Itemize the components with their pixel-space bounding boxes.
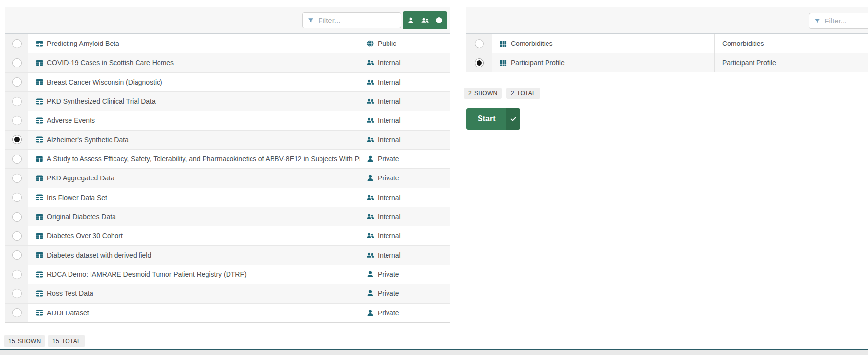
user-icon bbox=[366, 289, 374, 297]
dataset-name: Diabetes dataset with derived field bbox=[47, 251, 151, 259]
table-radio-cell bbox=[466, 53, 492, 72]
dataset-radio[interactable] bbox=[12, 155, 22, 164]
dataset-name-cell[interactable]: Original Diabetes Data bbox=[28, 207, 360, 226]
dataset-radio[interactable] bbox=[12, 212, 22, 222]
users-icon bbox=[366, 97, 374, 105]
users-icon bbox=[366, 59, 374, 67]
dataset-name-cell[interactable]: Diabetes dataset with derived field bbox=[28, 246, 360, 265]
dataset-radio[interactable] bbox=[12, 174, 22, 183]
dataset-radio[interactable] bbox=[12, 308, 22, 317]
dataset-visibility-cell: Internal bbox=[360, 131, 450, 149]
dataset-row[interactable]: Predicting Amyloid Beta Public bbox=[5, 34, 450, 53]
dataset-row[interactable]: RDCA Demo: IAMRARE Desmoid Tumor Patient… bbox=[5, 265, 450, 284]
table-radio[interactable] bbox=[475, 58, 484, 67]
dataset-row[interactable]: Original Diabetes Data Internal bbox=[5, 207, 450, 226]
dataset-radio[interactable] bbox=[12, 97, 22, 106]
table-name: Comorbidities bbox=[511, 40, 553, 47]
dataset-row[interactable]: Ross Test Data Private bbox=[5, 284, 450, 303]
table-name-cell[interactable]: Comorbidities bbox=[492, 34, 715, 53]
dataset-name: PKD Synthesized Clinical Trial Data bbox=[47, 97, 156, 105]
dataset-radio-cell bbox=[5, 207, 28, 226]
dataset-radio[interactable] bbox=[12, 39, 22, 48]
user-filter-button[interactable] bbox=[404, 11, 418, 29]
dataset-visibility-cell: Private bbox=[360, 284, 450, 303]
dataset-row[interactable]: Alzheimer's Synthetic Data Internal bbox=[5, 131, 450, 150]
dataset-row[interactable]: Breast Cancer Wisconsin (Diagnostic) Int… bbox=[5, 73, 450, 92]
dataset-row[interactable]: Diabetes Over 30 Cohort Internal bbox=[5, 226, 450, 245]
table-icon bbox=[36, 59, 43, 67]
tables-filter-input[interactable] bbox=[824, 17, 868, 25]
table-row[interactable]: Participant Profile Participant Profile bbox=[466, 53, 868, 72]
visibility-label: Internal bbox=[378, 59, 401, 67]
table-icon bbox=[36, 117, 43, 124]
table-radio-cell bbox=[466, 34, 492, 53]
dataset-radio[interactable] bbox=[12, 270, 22, 279]
users-icon bbox=[366, 78, 374, 86]
dataset-name-cell[interactable]: Adverse Events bbox=[28, 111, 360, 130]
datasets-filter-input[interactable] bbox=[318, 16, 396, 24]
dataset-name-cell[interactable]: Breast Cancer Wisconsin (Diagnostic) bbox=[28, 73, 360, 91]
dataset-radio-cell bbox=[5, 53, 28, 72]
user-icon bbox=[407, 17, 414, 24]
datasets-filter[interactable] bbox=[302, 12, 401, 28]
table-row[interactable]: Comorbidities Comorbidities bbox=[466, 34, 868, 53]
dataset-row[interactable]: PKD Aggregated Data Private bbox=[5, 169, 450, 188]
dataset-radio[interactable] bbox=[12, 77, 22, 87]
dataset-name-cell[interactable]: Alzheimer's Synthetic Data bbox=[28, 131, 360, 149]
tables-table: Comorbidities Comorbidities Participant … bbox=[466, 34, 868, 72]
dataset-name-cell[interactable]: Iris Flower Data Set bbox=[28, 188, 360, 207]
dataset-name-cell[interactable]: A Study to Assess Efficacy, Safety, Tole… bbox=[28, 150, 360, 168]
dataset-radio-cell bbox=[5, 284, 28, 303]
dataset-radio[interactable] bbox=[12, 289, 22, 298]
visibility-label: Private bbox=[378, 174, 399, 182]
dataset-row[interactable]: PKD Synthesized Clinical Trial Data Inte… bbox=[5, 92, 450, 111]
visibility-label: Internal bbox=[378, 78, 401, 86]
users-icon bbox=[366, 136, 374, 144]
dataset-visibility-cell: Internal bbox=[360, 246, 450, 265]
dataset-radio[interactable] bbox=[12, 193, 22, 202]
dataset-visibility-cell: Public bbox=[360, 34, 450, 53]
dataset-row[interactable]: ADDI Dataset Private bbox=[5, 304, 450, 322]
dataset-name-cell[interactable]: RDCA Demo: IAMRARE Desmoid Tumor Patient… bbox=[28, 265, 360, 284]
start-button[interactable]: Start bbox=[466, 108, 520, 130]
table-radio[interactable] bbox=[475, 39, 484, 48]
filter-funnel-icon bbox=[308, 17, 314, 24]
table-name-cell[interactable]: Participant Profile bbox=[492, 53, 715, 72]
dataset-row[interactable]: Adverse Events Internal bbox=[5, 111, 450, 130]
dataset-radio-cell bbox=[5, 265, 28, 284]
grid-icon bbox=[500, 59, 507, 67]
dataset-row[interactable]: COVID-19 Cases in Scottish Care Homes In… bbox=[5, 53, 450, 72]
tables-filter[interactable] bbox=[809, 13, 868, 29]
tables-shown-badge: 2 SHOWN bbox=[464, 88, 502, 99]
dataset-name: Original Diabetes Data bbox=[47, 213, 116, 221]
dataset-radio[interactable] bbox=[12, 135, 22, 144]
dataset-visibility-cell: Internal bbox=[360, 207, 450, 226]
dataset-row[interactable]: A Study to Assess Efficacy, Safety, Tole… bbox=[5, 150, 450, 169]
dataset-name-cell[interactable]: Predicting Amyloid Beta bbox=[28, 34, 360, 53]
dataset-radio-cell bbox=[5, 304, 28, 322]
dataset-name: COVID-19 Cases in Scottish Care Homes bbox=[47, 59, 174, 67]
dataset-radio[interactable] bbox=[12, 250, 22, 260]
dataset-visibility-cell: Private bbox=[360, 265, 450, 284]
users-icon bbox=[366, 116, 374, 124]
table-icon bbox=[36, 213, 43, 221]
dataset-name-cell[interactable]: PKD Synthesized Clinical Trial Data bbox=[28, 92, 360, 111]
dataset-name-cell[interactable]: Ross Test Data bbox=[28, 284, 360, 303]
dataset-name-cell[interactable]: PKD Aggregated Data bbox=[28, 169, 360, 187]
visibility-label: Internal bbox=[378, 232, 401, 240]
dataset-name-cell[interactable]: Diabetes Over 30 Cohort bbox=[28, 226, 360, 245]
dataset-radio-cell bbox=[5, 111, 28, 130]
dataset-row[interactable]: Iris Flower Data Set Internal bbox=[5, 188, 450, 207]
dataset-radio[interactable] bbox=[12, 231, 22, 241]
dataset-name-cell[interactable]: ADDI Dataset bbox=[28, 304, 360, 322]
dataset-radio[interactable] bbox=[12, 116, 22, 125]
table-alias-cell: Participant Profile bbox=[715, 53, 868, 72]
globe-filter-button[interactable] bbox=[432, 11, 446, 29]
dataset-visibility-cell: Private bbox=[360, 150, 450, 168]
dataset-name-cell[interactable]: COVID-19 Cases in Scottish Care Homes bbox=[28, 53, 360, 72]
dataset-row[interactable]: Diabetes dataset with derived field Inte… bbox=[5, 246, 450, 265]
users-filter-button[interactable] bbox=[418, 11, 432, 29]
visibility-label: Private bbox=[378, 289, 399, 297]
start-button-label: Start bbox=[466, 108, 506, 130]
dataset-radio[interactable] bbox=[12, 58, 22, 67]
